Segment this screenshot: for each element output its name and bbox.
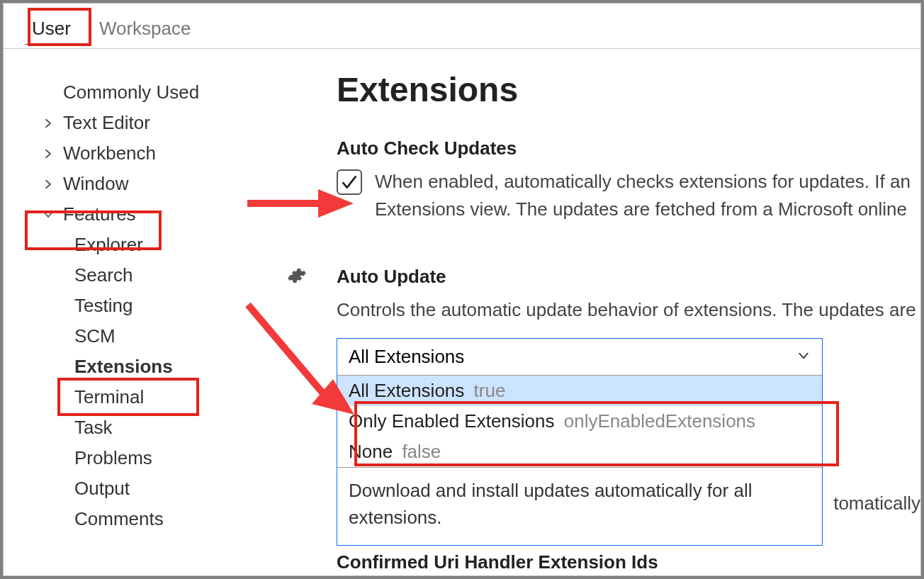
sidebar-label: Workbench xyxy=(63,142,156,164)
sidebar-item-extensions[interactable]: Extensions xyxy=(39,352,308,382)
select-option-list: All Extensions true Only Enabled Extensi… xyxy=(337,375,822,467)
option-label: All Extensions xyxy=(349,380,464,401)
setting-description: When enabled, automatically checks exten… xyxy=(375,168,920,223)
option-value: onlyEnabledExtensions xyxy=(564,410,755,432)
select-option-only-enabled[interactable]: Only Enabled Extensions onlyEnabledExten… xyxy=(337,406,822,437)
checkmark-icon xyxy=(340,173,359,191)
sidebar-label: Features xyxy=(63,203,136,225)
chevron-down-icon xyxy=(39,206,57,224)
sidebar-label: Commonly Used xyxy=(63,81,199,103)
sidebar-item-testing[interactable]: Testing xyxy=(39,291,308,321)
select-option-none[interactable]: None false xyxy=(337,437,822,467)
sidebar-item-workbench[interactable]: Workbench xyxy=(39,138,308,169)
sidebar-item-search[interactable]: Search xyxy=(39,260,308,291)
option-label: Only Enabled Extensions xyxy=(349,410,555,432)
chevron-right-icon xyxy=(39,145,57,163)
sidebar-item-comments[interactable]: Comments xyxy=(39,504,308,534)
tab-workspace[interactable]: Workspace xyxy=(92,13,198,45)
settings-content: Extensions Auto Check Updates When enabl… xyxy=(308,49,920,575)
select-option-description: Download and install updates automatical… xyxy=(337,467,822,545)
chevron-right-icon xyxy=(39,114,57,133)
option-value: true xyxy=(474,380,506,401)
select-auto-update: All Extensions All Extensions true Only … xyxy=(337,338,823,546)
sidebar-item-output[interactable]: Output xyxy=(39,473,308,504)
sidebar-item-scm[interactable]: SCM xyxy=(39,321,308,352)
setting-label: Auto Check Updates xyxy=(337,137,920,159)
sidebar-item-problems[interactable]: Problems xyxy=(39,443,308,473)
setting-auto-update: Auto Update Controls the automatic updat… xyxy=(337,266,920,573)
select-current-label: All Extensions xyxy=(349,346,464,368)
sidebar-item-features[interactable]: Features xyxy=(39,199,308,230)
option-label: None xyxy=(349,441,393,462)
sidebar-item-task[interactable]: Task xyxy=(39,412,308,443)
setting-auto-check-updates: Auto Check Updates When enabled, automat… xyxy=(337,137,920,223)
option-value: false xyxy=(402,441,441,462)
chevron-right-icon xyxy=(39,175,57,193)
chevron-down-icon xyxy=(796,346,811,368)
setting-label: Auto Update xyxy=(337,266,920,288)
checkbox-auto-check-updates[interactable] xyxy=(337,169,362,195)
sidebar-item-commonly-used[interactable]: Commonly Used xyxy=(39,77,308,108)
select-current-value[interactable]: All Extensions xyxy=(337,339,822,375)
page-title: Extensions xyxy=(337,70,920,109)
truncated-right-text: tomatically xyxy=(833,493,920,515)
setting-next-partial: Confirmed Uri Handler Extension Ids xyxy=(337,551,920,573)
gear-icon[interactable] xyxy=(287,266,307,286)
sidebar-item-text-editor[interactable]: Text Editor xyxy=(39,108,308,138)
settings-scope-tabs: User Workspace xyxy=(4,4,920,49)
sidebar-item-window[interactable]: Window xyxy=(39,169,308,199)
tab-user[interactable]: User xyxy=(25,13,78,45)
sidebar-item-terminal[interactable]: Terminal xyxy=(39,382,308,412)
setting-description: Controls the automatic update behavior o… xyxy=(337,296,920,324)
sidebar-label: Text Editor xyxy=(63,112,150,134)
sidebar-label: Window xyxy=(63,173,128,195)
select-option-all-extensions[interactable]: All Extensions true xyxy=(337,376,822,406)
sidebar-item-explorer[interactable]: Explorer xyxy=(39,230,308,260)
settings-sidebar: Commonly Used Text Editor Workbench Wind… xyxy=(4,49,308,575)
